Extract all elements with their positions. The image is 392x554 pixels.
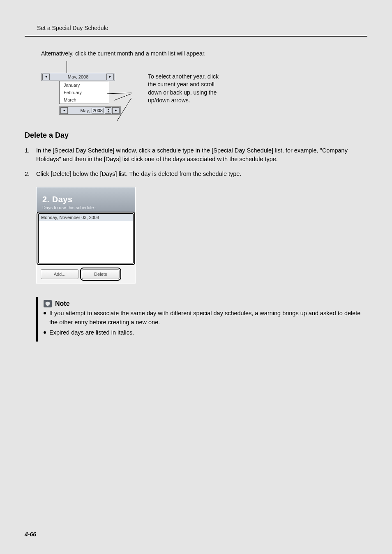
month-menu-item[interactable]: February	[60, 89, 109, 96]
days-actions: Add... Delete	[37, 265, 135, 283]
annotation-text: To select another year, click the curren…	[148, 73, 226, 105]
right-arrow-icon: ▸	[109, 75, 111, 78]
figure-row: ◂ May, 2008 ▸ January February March ◂ M…	[41, 73, 367, 115]
days-panel: 2. Days Days to use this schedule : Mond…	[36, 187, 136, 284]
days-panel-body: Monday, November 03, 2008 Add... Delete	[37, 213, 135, 283]
section-heading: Delete a Day	[25, 131, 367, 140]
note-icon	[44, 300, 52, 307]
month-menu: January February March	[59, 81, 109, 104]
left-arrow-icon: ◂	[45, 75, 47, 78]
year-value[interactable]: 2008	[92, 108, 104, 113]
step-item: 1. In the [Special Day Schedule] window,…	[25, 146, 367, 164]
note-block: Note If you attempt to associate the sam…	[36, 297, 367, 342]
spinner-up-icon: ▴	[105, 108, 111, 111]
page: Set a Special Day Schedule Alternatively…	[0, 0, 392, 554]
note-header: Note	[44, 300, 362, 307]
step-item: 2. Click [Delete] below the [Days] list.…	[25, 170, 367, 179]
left-arrow-icon: ◂	[63, 108, 65, 112]
page-header: Set a Special Day Schedule	[25, 25, 367, 37]
note-item: Expired days are listed in italics.	[44, 328, 362, 337]
page-header-title: Set a Special Day Schedule	[37, 25, 367, 31]
days-panel-header: 2. Days Days to use this schedule :	[37, 187, 135, 212]
spinner-down-icon: ▾	[105, 111, 111, 113]
days-panel-subtitle: Days to use this schedule :	[42, 205, 129, 210]
year-month-label: May,	[68, 108, 92, 113]
svg-line-1	[114, 94, 131, 100]
month-menu-item[interactable]: March	[60, 96, 109, 104]
days-panel-title: 2. Days	[42, 195, 129, 204]
intro-text: Alternatively, click the current month a…	[41, 50, 367, 58]
note-item: If you attempt to associate the same day…	[44, 309, 362, 327]
days-list[interactable]: Monday, November 03, 2008	[38, 213, 134, 263]
calendar-block: ◂ May, 2008 ▸ January February March ◂ M…	[41, 73, 115, 115]
header-rule	[25, 35, 367, 37]
days-list-item[interactable]: Monday, November 03, 2008	[39, 214, 133, 221]
next-month-button[interactable]: ▸	[106, 74, 114, 80]
month-menu-item[interactable]: January	[60, 81, 109, 89]
steps-list: 1. In the [Special Day Schedule] window,…	[25, 146, 367, 179]
page-number: 4-66	[25, 531, 36, 538]
year-prev-button[interactable]: ◂	[60, 107, 68, 114]
right-arrow-icon: ▸	[115, 108, 117, 112]
bullet-icon	[44, 312, 46, 314]
delete-button[interactable]: Delete	[82, 269, 120, 279]
year-select-bar: ◂ May, 2008 ▴ ▾ ▸	[59, 106, 121, 115]
note-list: If you attempt to associate the same day…	[44, 309, 362, 337]
leader-line-top	[67, 61, 67, 73]
note-label: Note	[55, 300, 70, 307]
month-navigation-bar: ◂ May, 2008 ▸	[41, 73, 115, 81]
note-text: If you attempt to associate the same day…	[49, 309, 362, 327]
step-number: 2.	[25, 170, 36, 179]
year-spinner[interactable]: ▴ ▾	[105, 107, 111, 114]
year-next-button[interactable]: ▸	[112, 107, 120, 114]
note-text: Expired days are listed in italics.	[49, 328, 134, 337]
month-label[interactable]: May, 2008	[68, 74, 89, 79]
step-number: 1.	[25, 146, 36, 155]
step-text: Click [Delete] below the [Days] list. Th…	[36, 170, 241, 179]
add-button[interactable]: Add...	[41, 269, 78, 279]
bullet-icon	[44, 331, 46, 334]
step-text: In the [Special Day Schedule] window, cl…	[36, 146, 367, 164]
prev-month-button[interactable]: ◂	[42, 74, 50, 80]
